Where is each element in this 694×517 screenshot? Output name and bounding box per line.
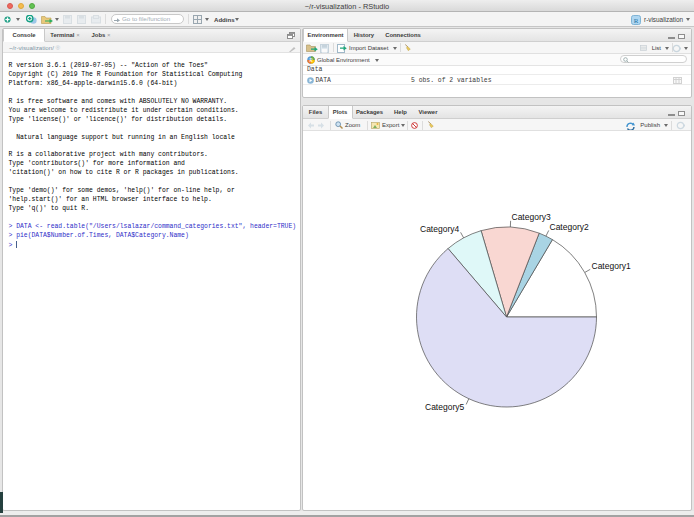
svg-text:Category1: Category1	[592, 261, 631, 271]
svg-text:Category3: Category3	[512, 212, 551, 222]
svg-text:Category4: Category4	[420, 224, 459, 234]
svg-text:Category2: Category2	[550, 222, 589, 232]
svg-text:Category5: Category5	[425, 402, 464, 412]
svg-text:R: R	[309, 57, 313, 63]
svg-text:R: R	[634, 16, 639, 24]
